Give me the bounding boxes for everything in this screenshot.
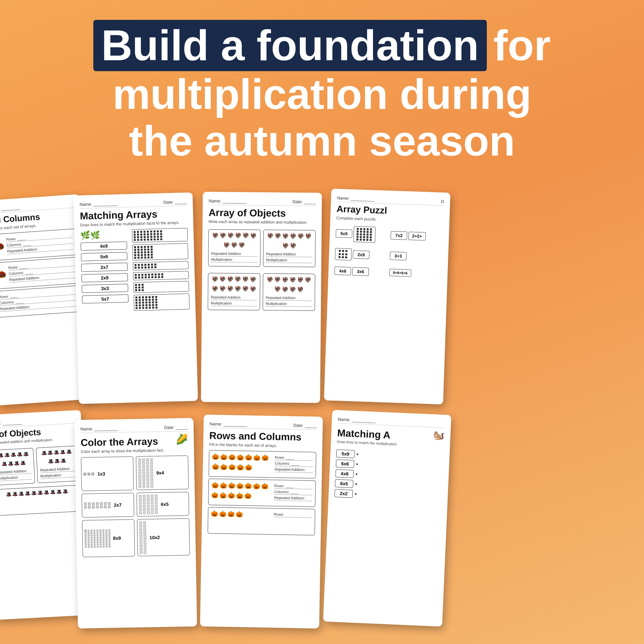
puzzle-row-6plus: 6+6+6+6 [389, 268, 442, 278]
puzzle-2x9: 2x9 [353, 251, 370, 259]
color-6x5: 6x5 [136, 492, 189, 517]
array-2x7 [133, 261, 189, 270]
puzzle-5x5: 5x5 [336, 229, 352, 238]
worksheets-area: Date: ________ nd Columns nks for each s… [0, 187, 644, 644]
match-5x7: 5x7 [82, 295, 129, 304]
ws8-subtitle: Draw lines to match the multiplication [337, 439, 397, 446]
ws2-subtitle: Draw lines to match the multiplication f… [80, 220, 187, 227]
ws7-name: Name: __________ [209, 421, 247, 427]
ws1-box3: Rows: ____ Columns: ____ Repeated Additi… [0, 285, 81, 318]
rep-add-5-2: Repeated Addition [40, 466, 75, 473]
headline-line1: Build a foundation for [33, 20, 611, 71]
pumpkin-group-3: 🎃🎃 🎃🎃 [211, 510, 270, 518]
ws6-title: Color the Arrays [80, 436, 164, 448]
hat-group-3: 🎩🎩🎩🎩🎩 🎩🎩🎩🎩🎩 [0, 488, 77, 509]
highlighted-text: Build a foundation [93, 20, 487, 71]
puzzle-2plus: 2+2+ [408, 232, 426, 241]
ws1-date: Date: ________ [0, 205, 20, 212]
ws2-arrays [132, 228, 190, 311]
match-2x7: 2x7 [81, 263, 128, 272]
ws8-title: Matching A [337, 427, 397, 441]
ws6-date: Date: _____ [164, 425, 188, 430]
array-2x9 [133, 271, 189, 280]
color-8x9: 8x9 [82, 519, 135, 557]
for-text: for [493, 22, 551, 69]
grid-8x9 [84, 529, 111, 548]
headline-line3: the autumn season [33, 118, 611, 164]
label-6x6: 6x6 [336, 459, 354, 468]
rows-7-2: Rows: ____ [274, 484, 313, 489]
worksheet-7: Name: __________ Date: _____ Rows and Co… [200, 415, 323, 628]
ws7-row3: 🎃🎃 🎃🎃 Rows: [211, 510, 312, 519]
cols-7-2: Columns: ____ [274, 490, 312, 495]
cols-7-1: Columns: ____ [275, 461, 313, 467]
pumpkin: 🎃 [212, 453, 219, 462]
ws3-box4: 🦃🦃🦃🦃🦃 🦃🦃🦃🦃🦃 Repeated Addition Multiplica… [263, 273, 315, 311]
grid-2x7 [84, 502, 111, 508]
ws5-box1: 🎩🎩🎩 🎩🎩🎩 🎩🎩🎩 Repeated Addition Multiplica… [0, 448, 35, 485]
ws1-box1: 🌰 Rows: ____ Columns: ____ Repeated Addi… [0, 228, 77, 261]
ws2-title: Matching Arrays [80, 208, 187, 221]
ws3-title: Array of Objects [208, 207, 316, 219]
color-10x2: 10x2 [137, 518, 190, 556]
ws7-row2: 🎃🎃🎃 🎃🎃🎃 🎃🎃🎃 🎃🎃🎃 Rows: ____ Columns: ____… [211, 482, 313, 502]
ws8-name: Name: __________ [338, 417, 376, 423]
color-2x7: 2x7 [81, 493, 134, 518]
ws2-content: 🌿🌿 4x9 5x6 2x7 2x9 3x3 5x7 [80, 228, 190, 312]
ws6-subtitle: Color each array to show the multiplicat… [81, 448, 164, 454]
turkey-group-2: 🦃🦃🦃🦃 🦃🦃🦃🦃 [266, 233, 312, 251]
ws7-box1: 🎃🎃🎃🎃 🎃🎃🎃🎃 🎃🎃🎃🎃 Rows: ____ Columns: ____ … [208, 450, 316, 479]
pumpkin-group-2: 🎃🎃🎃 🎃🎃🎃 🎃🎃🎃 🎃🎃🎃 [211, 482, 271, 501]
mult-5-2: Multiplication [40, 472, 75, 479]
ws6-header: Name: __________ Date: _____ [80, 425, 188, 433]
corn-icon: 🌽 [175, 433, 188, 445]
ws8-title-row: Matching A Draw lines to match the multi… [337, 425, 445, 451]
array-4x9 [132, 228, 188, 243]
worksheet-8: Name: __________ Matching A Draw lines t… [323, 410, 451, 626]
rows-7-1: Rows: ____ [275, 455, 313, 461]
acorn-icon-2: 🌰 [0, 270, 6, 279]
ws6-arrays: 1x3 9x4 [81, 455, 190, 557]
ws3-box3: 🦃🦃🦃 🦃🦃🦃 🦃🦃🦃 🦃🦃🦃 Repeated Addition Multip… [208, 273, 260, 310]
puzzle-6plus: 6+6+6+6 [389, 269, 411, 277]
ws7-title: Rows and Columns [209, 430, 317, 443]
ws2-name: Name: __________ [79, 201, 117, 207]
rep-add-label-2: Repeated Addition [266, 252, 312, 257]
worksheet-4: Name: __________ D Array Puzzl Complete … [324, 189, 450, 404]
ws6-name: Name: __________ [80, 426, 118, 432]
hat-group-2: 🎩🎩🎩🎩 🎩🎩🎩🎩 [39, 449, 74, 467]
ws1-box2: 🌰 Rows: ____ Columns: ____ Repeated Addi… [0, 257, 79, 289]
ws3-grid: 🦃🦃🦃 🦃🦃🦃 🦃🦃🦃 Repeated Addition Multiplica… [208, 227, 316, 313]
match-3x3: 3x3 [82, 284, 128, 293]
array-5x6 [132, 243, 188, 260]
mult-label-3: Multiplication [211, 301, 257, 306]
ws5-grid: 🎩🎩🎩 🎩🎩🎩 🎩🎩🎩 Repeated Addition Multiplica… [0, 443, 78, 487]
ws4-puzzles: 5x5 7x2 2+2+ 2x9 [334, 223, 443, 280]
mult-label-1: Multiplication [211, 257, 257, 263]
acorn-icon-1: 🌰 [0, 242, 4, 251]
ws8-matches: 5x9 • 6x6 • 4x8 • 6x5 • 2x2 • [335, 449, 444, 502]
rep-7-1: Repeated Addition: [275, 467, 313, 473]
rep-add-label-4: Repeated Addition [266, 296, 312, 301]
match-4x9: 4x9 [81, 242, 127, 251]
ws4-name: Name: __________ [337, 196, 375, 202]
ws3-box1: 🦃🦃🦃 🦃🦃🦃 🦃🦃🦃 Repeated Addition Multiplica… [208, 229, 261, 267]
puzzle-row-dots: 2x9 [335, 248, 388, 261]
dot-connector-2: • [356, 461, 358, 467]
label-6x5b: 6x5 [335, 479, 353, 488]
ws2-labels: 🌿🌿 4x9 5x6 2x7 2x9 3x3 5x7 [80, 230, 129, 312]
puzzle-dots-5x5 [353, 226, 376, 243]
label-2x2: 2x2 [335, 489, 353, 498]
worksheet-6: Name: __________ Date: _____ Color the A… [74, 418, 197, 628]
ws2-date: Date: _____ [163, 199, 187, 205]
puzzle-7x2: 7x2 [391, 231, 407, 240]
label-6x5: 6x5 [161, 501, 169, 507]
array-5x7 [134, 294, 190, 311]
squirrel-icon: 🐿️ [433, 430, 444, 441]
mult-5-1: Multiplication [0, 474, 32, 481]
puzzle-row-4x6: 4x6 3x6 [334, 266, 387, 276]
ws2-header: Name: __________ Date: _____ [79, 199, 187, 208]
ws7-header: Name: __________ Date: _____ [209, 421, 317, 430]
dot-connector-1: • [356, 451, 358, 457]
puzzle-row-5x5: 5x5 [336, 225, 389, 243]
